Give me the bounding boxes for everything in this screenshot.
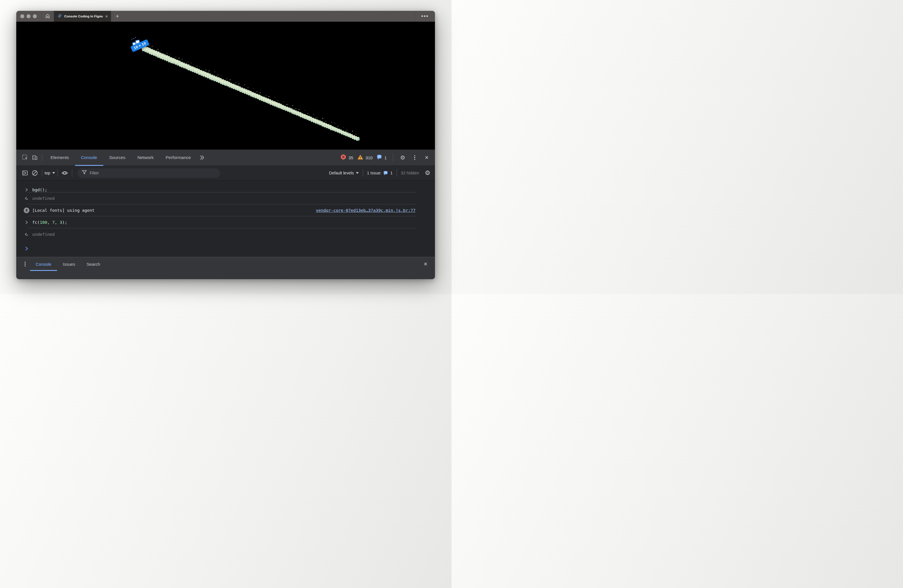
speck-dot	[179, 58, 179, 58]
console-toolbar-right: Default levels 1 Issue: 1 32 hidden ⚙	[329, 169, 430, 177]
speck-dot	[283, 101, 284, 102]
source-link[interactable]: vendor-core-07ed13eb…37a39c.min.js.br:77	[316, 208, 415, 213]
speck-dot	[335, 123, 335, 124]
funnel-icon	[82, 170, 87, 176]
context-selector[interactable]: top	[44, 171, 55, 175]
settings-gear-icon[interactable]: ⚙	[398, 153, 407, 162]
speck-dot	[161, 50, 162, 51]
drawer-tab-issues[interactable]: Issues	[57, 257, 81, 271]
tab-elements[interactable]: Elements	[44, 149, 75, 166]
close-icon[interactable]: ✕	[421, 259, 430, 269]
speck-dot	[316, 117, 317, 118]
home-icon	[45, 13, 50, 19]
speck-dot	[266, 95, 266, 96]
speck-dot	[132, 39, 132, 40]
speck-dot	[157, 49, 158, 50]
console-log-text: [Local fonts] using agent	[32, 208, 94, 213]
tab-sources[interactable]: Sources	[103, 149, 132, 166]
tab-console[interactable]: Console	[75, 149, 103, 166]
chevron-down-icon	[52, 172, 55, 174]
hidden-count: 32 hidden	[401, 171, 419, 175]
speck-dot	[188, 62, 189, 63]
error-count[interactable]: 35	[348, 155, 353, 160]
speck-dot	[197, 66, 198, 66]
message-bubble-icon[interactable]	[377, 154, 382, 161]
window-maximize-button[interactable]	[33, 14, 37, 18]
window-close-button[interactable]	[20, 14, 24, 18]
speck-dot	[236, 82, 236, 83]
devtools-tab-bar: ElementsConsoleSourcesNetworkPerformance…	[16, 149, 435, 166]
window-minimize-button[interactable]	[27, 14, 30, 18]
speck-dot	[313, 114, 314, 115]
issues-counter[interactable]: 1 Issue: 1	[367, 171, 393, 176]
kebab-menu-icon[interactable]	[410, 153, 420, 162]
speck-dot	[248, 87, 249, 88]
warning-icon[interactable]	[357, 154, 363, 161]
console-row-result: undefined	[16, 228, 435, 241]
speck-dot	[176, 57, 176, 58]
chevron-right-blue-icon	[24, 246, 29, 251]
speck-dot	[149, 45, 149, 46]
speck-dot	[133, 38, 134, 39]
speck-dot	[239, 83, 239, 84]
kebab-menu-icon[interactable]	[20, 259, 30, 269]
device-toolbar-icon[interactable]	[30, 153, 40, 162]
inspect-icon[interactable]	[20, 153, 30, 162]
console-row-result: undefined	[16, 192, 435, 204]
speck-dot	[299, 109, 299, 110]
message-count[interactable]: 1	[384, 155, 387, 160]
warning-count[interactable]: 310	[366, 155, 373, 160]
filter-box[interactable]	[77, 168, 220, 178]
return-arrow-icon	[24, 232, 29, 237]
figma-canvas[interactable]: 10 × 10	[16, 22, 435, 149]
ellipsis-icon[interactable]: •••	[421, 13, 429, 19]
speck-dot	[260, 92, 261, 93]
divider	[57, 169, 58, 177]
speck-dot	[182, 59, 182, 60]
speck-dot	[278, 100, 278, 101]
console-row-input: fc(100, 7, 3);	[16, 216, 435, 228]
window-controls	[16, 11, 41, 22]
tab-performance[interactable]: Performance	[159, 149, 197, 166]
chevron-right-icon	[24, 220, 29, 225]
speck-dot	[331, 122, 332, 123]
drawer-tab-console[interactable]: Console	[30, 257, 57, 271]
repeat-count-badge: 8	[24, 208, 29, 213]
drawer-tab-search[interactable]: Search	[81, 257, 106, 271]
speck-dot	[275, 97, 275, 98]
tab-close-icon[interactable]: ✕	[105, 14, 108, 18]
speck-dot	[305, 110, 305, 111]
console-toolbar: top Default levels 1 Issue:	[16, 166, 435, 181]
console-result-text: undefined	[32, 232, 55, 237]
browser-tab[interactable]: Console Coding in Figma ✕	[54, 11, 111, 22]
close-icon[interactable]: ✕	[422, 153, 431, 162]
dock-sidebar-icon[interactable]	[20, 168, 30, 178]
speck-dot	[191, 63, 192, 64]
speck-dot	[206, 70, 206, 71]
console-status-counters: 35 310 1 ⚙ ✕	[340, 153, 431, 162]
console-prompt[interactable]	[16, 243, 435, 255]
settings-gear-icon[interactable]: ⚙	[425, 170, 430, 176]
new-tab-button[interactable]: +	[111, 11, 124, 22]
speck-dot	[292, 105, 293, 106]
speck-dot	[308, 113, 308, 114]
speck-dot	[352, 131, 353, 132]
speck-dot	[322, 118, 323, 119]
tab-title: Console Coding in Figma	[64, 14, 103, 18]
speck-dot	[200, 67, 201, 68]
speck-dot	[218, 74, 219, 75]
speck-dot	[244, 85, 245, 85]
browser-menu-area: •••	[415, 11, 435, 22]
eye-icon[interactable]	[60, 168, 70, 178]
speck-dot	[343, 127, 344, 128]
home-button[interactable]	[41, 11, 54, 22]
chevron-double-right-icon[interactable]	[197, 153, 207, 162]
message-bubble-icon	[383, 171, 388, 176]
filter-input[interactable]	[90, 171, 216, 175]
clear-console-icon[interactable]	[30, 168, 40, 178]
speck-dot	[346, 130, 347, 131]
error-icon[interactable]	[340, 154, 346, 161]
tab-network[interactable]: Network	[131, 149, 159, 166]
speck-dot	[269, 96, 269, 97]
levels-selector[interactable]: Default levels	[329, 171, 359, 175]
